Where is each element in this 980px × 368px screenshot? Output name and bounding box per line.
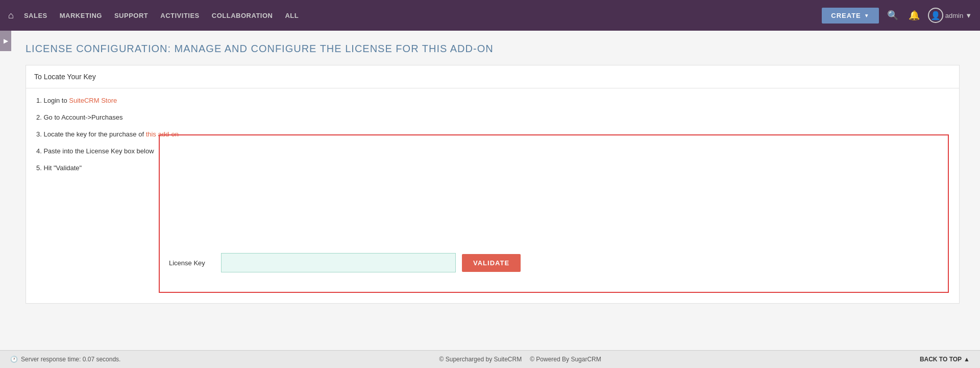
create-button[interactable]: CREATE ▼ <box>822 8 878 24</box>
supercharged-text: © Supercharged by SuiteCRM <box>439 356 522 363</box>
back-to-top-button[interactable]: BACK TO TOP ▲ <box>920 356 970 363</box>
notifications-button[interactable]: 🔔 <box>906 8 922 23</box>
suitecrm-store-link[interactable]: SuiteCRM Store <box>69 97 117 104</box>
admin-dropdown-arrow: ▼ <box>965 12 972 19</box>
footer: 🕐 Server response time: 0.07 seconds. © … <box>0 350 980 368</box>
step-1: 1. Login to SuiteCRM Store <box>36 97 949 104</box>
card-body: 1. Login to SuiteCRM Store 2. Go to Acco… <box>26 88 959 303</box>
page-title: LICENSE CONFIGURATION: MANAGE AND CONFIG… <box>26 43 960 55</box>
create-dropdown-arrow: ▼ <box>864 13 870 18</box>
navbar: ⌂ SALES MARKETING SUPPORT ACTIVITIES COL… <box>0 0 980 31</box>
nav-support[interactable]: SUPPORT <box>114 12 148 19</box>
license-key-row: License Key VALIDATE <box>169 253 939 272</box>
admin-avatar: 👤 <box>928 8 943 23</box>
validate-button[interactable]: VALIDATE <box>462 254 521 272</box>
powered-by-text: © Powered By SugarCRM <box>530 356 601 363</box>
nav-links: SALES MARKETING SUPPORT ACTIVITIES COLLA… <box>24 12 822 19</box>
server-time: Server response time: 0.07 seconds. <box>21 356 120 363</box>
sidebar-toggle[interactable]: ▶ <box>0 31 11 51</box>
license-card: To Locate Your Key 1. Login to SuiteCRM … <box>26 65 960 304</box>
footer-left: 🕐 Server response time: 0.07 seconds. <box>10 356 120 363</box>
admin-menu-button[interactable]: 👤 admin ▼ <box>928 8 972 23</box>
navbar-right: CREATE ▼ 🔍 🔔 👤 admin ▼ <box>822 8 972 24</box>
nav-sales[interactable]: SALES <box>24 12 47 19</box>
license-key-label: License Key <box>169 259 215 267</box>
main-content: LICENSE CONFIGURATION: MANAGE AND CONFIG… <box>0 31 980 350</box>
home-button[interactable]: ⌂ <box>8 10 14 21</box>
step-2: 2. Go to Account->Purchases <box>36 113 949 121</box>
nav-activities[interactable]: ACTIVITIES <box>160 12 200 19</box>
search-button[interactable]: 🔍 <box>885 8 900 23</box>
chevron-up-icon: ▲ <box>964 356 970 363</box>
nav-all[interactable]: ALL <box>285 12 299 19</box>
nav-collaboration[interactable]: COLLABORATION <box>212 12 273 19</box>
license-key-input[interactable] <box>221 253 456 272</box>
card-header: To Locate Your Key <box>26 65 959 88</box>
footer-center: © Supercharged by SuiteCRM © Powered By … <box>439 356 601 363</box>
nav-marketing[interactable]: MARKETING <box>60 12 102 19</box>
clock-icon: 🕐 <box>10 356 18 363</box>
